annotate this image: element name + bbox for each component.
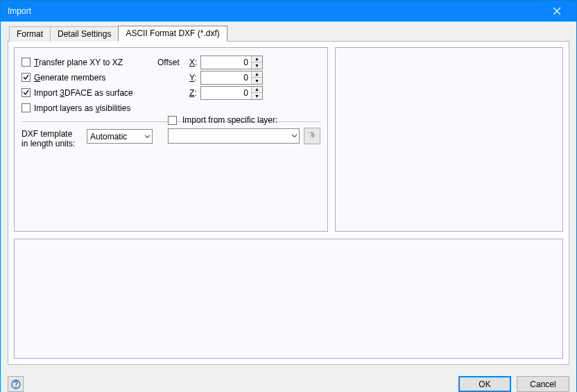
offset-inputs-column: X: ▲ ▼ Y:	[189, 55, 320, 116]
dialog-footer: OK Cancel	[1, 372, 576, 392]
tab-page: Transfer plane XY to XZ Generate members	[8, 41, 569, 365]
tab-detail-settings[interactable]: Detail Settings	[50, 26, 119, 42]
preview-panel	[335, 47, 563, 232]
options-grid: Transfer plane XY to XZ Generate members	[21, 55, 320, 116]
generate-members-label: Generate members	[34, 73, 105, 83]
import-layers-checkbox[interactable]	[21, 103, 31, 112]
ok-label: OK	[479, 380, 490, 389]
spin-up-icon[interactable]: ▲	[252, 56, 262, 62]
units-select[interactable]: Automatic	[87, 129, 153, 144]
tab-label: Detail Settings	[58, 29, 111, 39]
import-dialog: Import Format Detail Settings ASCII Form…	[0, 0, 577, 392]
offset-label-column: Offset	[157, 55, 189, 116]
offset-x-label: X:	[189, 58, 200, 67]
offset-y-value[interactable]	[201, 71, 251, 84]
spin-down-icon[interactable]: ▼	[252, 77, 262, 84]
offset-label: Offset	[157, 58, 180, 67]
help-icon	[11, 380, 21, 389]
close-button[interactable]	[543, 1, 571, 22]
offset-x-value[interactable]	[201, 56, 251, 69]
offset-x-input[interactable]: ▲ ▼	[200, 56, 263, 69]
chevron-down-icon	[291, 134, 298, 138]
options-panel: Transfer plane XY to XZ Generate members	[14, 47, 328, 232]
layer-select[interactable]	[168, 128, 300, 144]
pick-icon	[307, 132, 317, 140]
tab-ascii-dxf[interactable]: ASCII Format DXF (*.dxf)	[118, 26, 227, 42]
transfer-plane-label: Transfer plane XY to XZ	[34, 58, 123, 67]
transfer-plane-checkbox[interactable]	[21, 58, 31, 67]
checkbox-column: Transfer plane XY to XZ Generate members	[21, 55, 157, 116]
offset-z-value[interactable]	[201, 87, 251, 99]
chevron-down-icon	[144, 135, 150, 139]
import-3dface-checkbox[interactable]	[21, 88, 31, 97]
import-layers-label: Import layers as visibilities	[34, 103, 130, 113]
tab-label: ASCII Format DXF (*.dxf)	[126, 28, 219, 38]
units-label: DXF template in length units:	[21, 129, 81, 148]
offset-y-input[interactable]: ▲ ▼	[200, 71, 263, 85]
dialog-body: Format Detail Settings ASCII Format DXF …	[1, 22, 576, 372]
spin-up-icon[interactable]: ▲	[252, 87, 262, 93]
offset-z-label: Z:	[189, 88, 200, 98]
import-3dface-label: Import 3DFACE as surface	[34, 88, 133, 98]
titlebar: Import	[1, 1, 576, 22]
units-and-layer-row: DXF template in length units: Automatic	[21, 129, 320, 148]
generate-members-checkbox[interactable]	[21, 73, 31, 82]
ok-button[interactable]: OK	[458, 376, 511, 392]
offset-y-label: Y:	[189, 73, 200, 83]
import-specific-layer-checkbox[interactable]	[168, 116, 177, 125]
spin-down-icon[interactable]: ▼	[252, 92, 262, 99]
tab-label: Format	[17, 29, 43, 39]
pick-layer-button[interactable]	[304, 128, 320, 144]
tab-format[interactable]: Format	[9, 26, 51, 42]
spin-up-icon[interactable]: ▲	[252, 71, 262, 78]
close-icon	[553, 7, 561, 15]
cancel-label: Cancel	[530, 380, 556, 389]
bottom-panel	[14, 239, 563, 359]
help-button[interactable]	[8, 376, 24, 392]
svg-point-3	[15, 386, 17, 387]
content-row-top: Transfer plane XY to XZ Generate members	[14, 47, 563, 232]
spin-down-icon[interactable]: ▼	[252, 62, 262, 69]
import-specific-layer-label: Import from specific layer:	[182, 115, 277, 125]
tabstrip: Format Detail Settings ASCII Format DXF …	[8, 25, 569, 41]
window-title: Import	[8, 6, 543, 16]
units-value: Automatic	[90, 132, 127, 142]
cancel-button[interactable]: Cancel	[517, 376, 569, 392]
offset-z-input[interactable]: ▲ ▼	[200, 86, 263, 100]
layer-group: Import from specific layer:	[168, 129, 320, 144]
